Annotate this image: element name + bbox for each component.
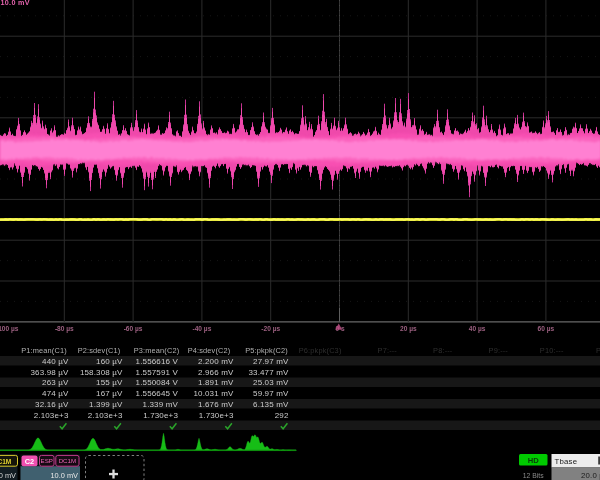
svg-text:33.477 mV: 33.477 mV	[248, 368, 289, 377]
svg-text:DC1M: DC1M	[0, 458, 12, 465]
svg-text:10.0 mV: 10.0 mV	[1, 0, 30, 7]
svg-text:P10:---: P10:---	[540, 346, 564, 355]
svg-text:P11:---: P11:---	[596, 346, 600, 355]
svg-text:1.730e+3: 1.730e+3	[199, 411, 234, 420]
svg-text:2.103e+3: 2.103e+3	[88, 411, 123, 420]
svg-text:P3:mean(C2): P3:mean(C2)	[134, 346, 180, 355]
svg-text:1.556616 V: 1.556616 V	[136, 357, 179, 366]
svg-text:10.031 mV: 10.031 mV	[193, 389, 234, 398]
svg-text:59.97 mV: 59.97 mV	[253, 389, 289, 398]
svg-text:-100 µs: -100 µs	[0, 325, 19, 333]
svg-text:155 µV: 155 µV	[96, 378, 123, 387]
svg-text:263 µV: 263 µV	[42, 378, 69, 387]
svg-text:Tbase: Tbase	[555, 457, 578, 466]
svg-text:1.399 µV: 1.399 µV	[89, 400, 123, 409]
svg-text:-80 µs: -80 µs	[55, 325, 74, 333]
svg-text:DC1M: DC1M	[59, 457, 77, 464]
svg-text:167 µV: 167 µV	[96, 389, 123, 398]
svg-text:C2: C2	[25, 457, 34, 466]
svg-text:40 µs: 40 µs	[469, 325, 486, 333]
svg-text:P7:---: P7:---	[378, 346, 398, 355]
svg-text:363.98 µV: 363.98 µV	[31, 368, 70, 377]
svg-text:10.0 mV: 10.0 mV	[50, 471, 78, 480]
svg-text:1.676 mV: 1.676 mV	[198, 400, 234, 409]
svg-text:292: 292	[275, 411, 289, 420]
svg-text:HD: HD	[528, 456, 539, 465]
svg-text:P9:---: P9:---	[489, 346, 509, 355]
svg-text:2.966 mV: 2.966 mV	[198, 368, 234, 377]
svg-text:P6:pkpk(C3): P6:pkpk(C3)	[299, 346, 342, 355]
svg-text:27.97 mV: 27.97 mV	[253, 357, 289, 366]
svg-text:158.308 µV: 158.308 µV	[80, 368, 123, 377]
svg-text:60 µs: 60 µs	[538, 325, 555, 333]
svg-text:20.0 µs: 20.0 µs	[581, 471, 600, 480]
svg-text:0 mV: 0 mV	[0, 471, 16, 480]
svg-text:P5:pkpk(C2): P5:pkpk(C2)	[245, 346, 288, 355]
svg-text:12 Bits: 12 Bits	[523, 472, 544, 479]
svg-text:-60 µs: -60 µs	[124, 325, 143, 333]
svg-text:25.03 mV: 25.03 mV	[253, 378, 289, 387]
svg-text:1.557591 V: 1.557591 V	[136, 368, 179, 377]
svg-text:2.200 mV: 2.200 mV	[198, 357, 234, 366]
svg-text:ESP: ESP	[41, 457, 53, 464]
svg-text:P1:mean(C1): P1:mean(C1)	[21, 346, 67, 355]
svg-text:1.891 mV: 1.891 mV	[198, 378, 234, 387]
svg-text:1.550084 V: 1.550084 V	[136, 378, 179, 387]
svg-text:20 µs: 20 µs	[400, 325, 417, 333]
svg-text:-20 µs: -20 µs	[261, 325, 280, 333]
svg-text:32.16 µV: 32.16 µV	[35, 400, 69, 409]
svg-text:P2:sdev(C1): P2:sdev(C1)	[78, 346, 121, 355]
svg-text:1.556645 V: 1.556645 V	[136, 389, 179, 398]
svg-text:P8:---: P8:---	[433, 346, 453, 355]
svg-text:P4:sdev(C2): P4:sdev(C2)	[188, 346, 231, 355]
svg-text:440 µV: 440 µV	[42, 357, 69, 366]
svg-text:474 µV: 474 µV	[42, 389, 69, 398]
svg-text:2.103e+3: 2.103e+3	[34, 411, 69, 420]
svg-text:160 µV: 160 µV	[96, 357, 123, 366]
svg-text:1.339 mV: 1.339 mV	[143, 400, 179, 409]
svg-text:-40 µs: -40 µs	[192, 325, 211, 333]
svg-text:6.135 mV: 6.135 mV	[253, 400, 289, 409]
svg-text:1.730e+3: 1.730e+3	[143, 411, 178, 420]
